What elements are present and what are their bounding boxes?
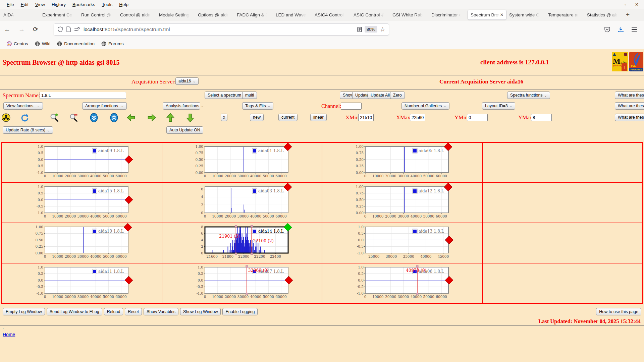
menu-file[interactable]: File — [3, 1, 17, 8]
tab-close-icon[interactable]: ✕ — [500, 12, 503, 17]
spectrum-cell-aida13[interactable]: 25000300003500040000450001.00.50.0-0.5-1… — [322, 223, 482, 263]
spectrum-name-input[interactable] — [40, 92, 126, 99]
url-text[interactable]: localhost:8015/Spectrum/Spectrum.tml — [84, 26, 357, 32]
spectrum-plot-aida11[interactable]: 01000020000300004000050000600001.00.50.0… — [32, 265, 132, 299]
channel-input[interactable] — [341, 103, 362, 110]
what-are-these-button-3[interactable]: What are these? — [615, 114, 644, 121]
spectrum-plot-aida05[interactable]: 01000020000300004000050000600001.000.750… — [352, 144, 452, 179]
spectra-functions-dropdown[interactable]: Spectra functions⌄ — [507, 92, 550, 99]
spectrum-plot-aida03[interactable]: 01000020000300004000050000600006420aida0… — [192, 185, 292, 219]
url-bar[interactable]: localhost:8015/Spectrum/Spectrum.tml 80%… — [54, 23, 389, 36]
menu-help[interactable]: Help — [116, 1, 132, 8]
bookmark-forums[interactable]: Forums — [98, 40, 127, 48]
pocket-icon[interactable] — [604, 26, 610, 33]
what-are-these-button-2[interactable]: What are these? — [615, 102, 644, 110]
spectrum-cell-aida05[interactable]: 01000020000300004000050000600001.000.750… — [322, 142, 482, 183]
ymax-input[interactable] — [531, 114, 552, 121]
spectrum-cell-aida09[interactable]: 01000020000300004000050000600001.00.50.0… — [2, 142, 162, 183]
tab-experiment-con[interactable]: Experiment Con — [40, 10, 78, 20]
multi-button[interactable]: multi — [242, 92, 257, 99]
spectrum-cell-aida10[interactable]: 01000020000300004000050000600001.000.750… — [2, 223, 162, 263]
spectrum-cell-aida01[interactable]: 01000020000300004000050000600001.000.750… — [162, 142, 322, 183]
maximize-icon[interactable]: ▫ — [625, 2, 626, 7]
spectrum-plot-aida06[interactable]: 01000020000300004000050000600001.00.50.0… — [352, 265, 452, 299]
arrow-up-icon[interactable] — [166, 113, 175, 122]
linear-button[interactable]: linear — [310, 114, 327, 121]
reader-mode-icon[interactable] — [357, 27, 362, 32]
menu-history[interactable]: History — [48, 1, 69, 8]
tags-fits-dropdown[interactable]: Tags & Fits⌄ — [242, 102, 273, 110]
update-rate-dropdown[interactable]: Update Rate (8 secs)⌄ — [3, 126, 53, 134]
menu-icon[interactable] — [631, 27, 637, 32]
spectrum-cell-aida07[interactable]: 01000020000300004000050000600001.00.50.0… — [162, 263, 322, 303]
update-all-button[interactable]: Update All — [368, 92, 393, 99]
tab-aida[interactable]: AIDA — [1, 10, 40, 20]
what-are-these-button-1[interactable]: What are these? — [615, 92, 644, 99]
menu-view[interactable]: View — [32, 1, 48, 8]
bookmark-documentation[interactable]: Documentation — [54, 40, 98, 48]
send-log-window-to-elog-button[interactable]: Send Log Window to ELog — [47, 308, 102, 315]
spectrum-cell-aida03[interactable]: 01000020000300004000050000600006420aida0… — [162, 183, 322, 223]
menu-tools[interactable]: Tools — [99, 1, 116, 8]
acquisition-server-select[interactable]: aida16⌄ — [175, 77, 199, 85]
zoom-level-badge[interactable]: 80% — [365, 26, 377, 33]
arrow-left-icon[interactable] — [126, 113, 136, 122]
reload-button[interactable]: Reload — [104, 308, 123, 315]
refresh-icon[interactable] — [20, 113, 30, 122]
expand-gallery-icon[interactable] — [109, 113, 119, 122]
tab-asic4-control[interactable]: ASIC4 Control ( — [312, 10, 351, 20]
spectrum-plot-aida14[interactable]: 216002180022000222002240086420aida14 1.8… — [192, 225, 292, 259]
show-variables-button[interactable]: Show Variables — [144, 308, 178, 315]
spectrum-cell-aida11[interactable]: 01000020000300004000050000600001.00.50.0… — [2, 263, 162, 303]
layout-id-dropdown[interactable]: Layout ID=3⌄ — [482, 102, 515, 110]
close-icon[interactable]: ✕ — [635, 2, 639, 7]
spectrum-cell-aida15[interactable]: 01000020000300004000050000600001.00.50.0… — [2, 183, 162, 223]
spectrum-cell-aida06[interactable]: 01000020000300004000050000600001.00.50.0… — [322, 263, 482, 303]
new-button[interactable]: new — [250, 114, 264, 121]
zero-spectrum-icon[interactable] — [1, 113, 11, 122]
tab-spectrum-brow[interactable]: Spectrum Brow✕ — [468, 10, 506, 20]
analysis-functions-dropdown[interactable]: Analysis functions⌄ — [163, 102, 200, 110]
x-button[interactable]: x — [221, 114, 227, 121]
reset-button[interactable]: Reset — [125, 308, 142, 315]
tab-led-and-wavefo[interactable]: LED and Wavefo — [273, 10, 312, 20]
bookmark-wiki[interactable]: Wiki — [32, 40, 54, 48]
xmin-input[interactable] — [358, 114, 374, 121]
tab-temperature-an[interactable]: Temperature an — [545, 10, 584, 20]
zoom-in-icon[interactable] — [50, 113, 59, 122]
ymin-input[interactable] — [467, 114, 488, 121]
tab-options-aidas[interactable]: Options @ aidas — [195, 10, 234, 20]
tab-statistics-aid[interactable]: Statistics @ aid — [584, 10, 623, 20]
number-of-galleries-dropdown[interactable]: Number of Galleries⌄ — [401, 102, 449, 110]
bookmark-star-icon[interactable]: ☆ — [380, 26, 385, 33]
enable-logging-button[interactable]: Enable Logging — [222, 308, 258, 315]
tab-module-settings[interactable]: Module Settings — [156, 10, 195, 20]
tab-control-aidas[interactable]: Control @ aidas — [117, 10, 156, 20]
page-icon[interactable] — [66, 26, 71, 32]
arrow-right-icon[interactable] — [147, 113, 156, 122]
spectrum-cell-aida14[interactable]: 216002180022000222002240086420aida14 1.8… — [162, 223, 322, 263]
empty-log-window-button[interactable]: Empty Log Window — [3, 308, 45, 315]
tab-discriminator-c[interactable]: Discriminator c — [429, 10, 468, 20]
how-to-use-button[interactable]: How to use this page — [596, 308, 641, 315]
spectrum-plot-aida09[interactable]: 01000020000300004000050000600001.00.50.0… — [32, 144, 132, 179]
tab-system-wide-co[interactable]: System wide Co — [506, 10, 545, 20]
spectrum-cell-aida12[interactable]: 01000020000300004000050000600001.000.750… — [322, 183, 482, 223]
menu-bookmarks[interactable]: Bookmarks — [69, 1, 99, 8]
spectrum-plot-aida12[interactable]: 01000020000300004000050000600001.000.750… — [352, 185, 452, 219]
current-button[interactable]: current — [278, 114, 298, 121]
zero-button[interactable]: Zero — [390, 92, 405, 99]
view-functions-dropdown[interactable]: View functions⌄ — [3, 102, 43, 110]
spectrum-plot-aida13[interactable]: 25000300003500040000450001.00.50.0-0.5-1… — [352, 225, 452, 259]
spectrum-plot-aida15[interactable]: 01000020000300004000050000600001.00.50.0… — [32, 185, 132, 219]
shield-icon[interactable] — [57, 26, 63, 32]
tab-run-control-a[interactable]: Run Control @ a — [78, 10, 117, 20]
auto-update-button[interactable]: Auto Update ON — [166, 126, 203, 134]
home-link[interactable]: Home — [3, 332, 15, 337]
tab-fadc-align-c[interactable]: FADC Align & C — [234, 10, 273, 20]
bookmark-centos[interactable]: Centos — [3, 40, 32, 48]
arrow-down-icon[interactable] — [185, 113, 195, 122]
spectrum-plot-aida10[interactable]: 01000020000300004000050000600001.000.750… — [32, 225, 132, 259]
minimize-icon[interactable]: – — [613, 2, 616, 7]
new-tab-button[interactable]: + — [623, 11, 632, 18]
